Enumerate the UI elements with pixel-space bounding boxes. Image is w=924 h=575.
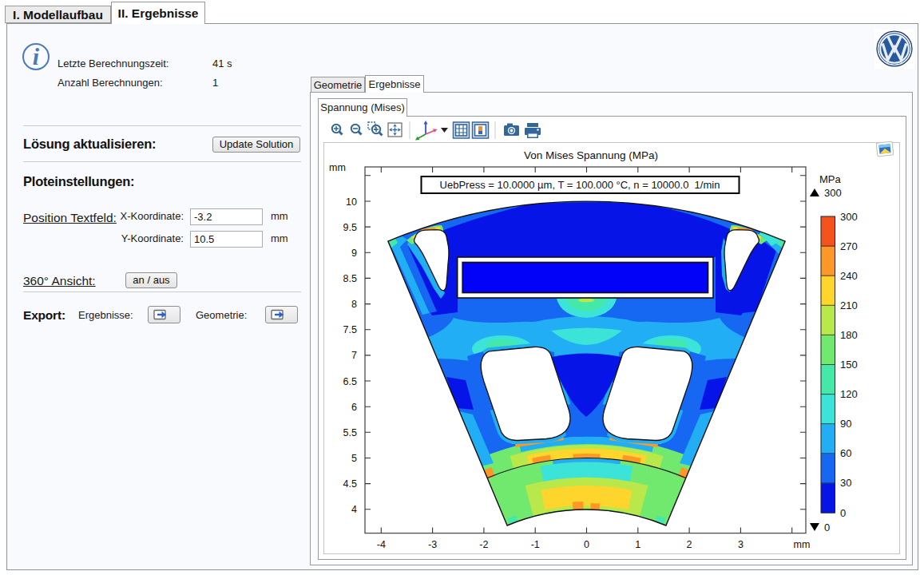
svg-text:Von Mises Spannung (MPa): Von Mises Spannung (MPa)	[524, 149, 658, 161]
svg-text:300: 300	[824, 187, 842, 199]
svg-text:30: 30	[840, 477, 851, 489]
svg-text:90: 90	[840, 418, 851, 430]
svg-text:300: 300	[840, 211, 858, 223]
svg-text:5.5: 5.5	[343, 427, 357, 438]
svg-text:0: 0	[584, 539, 589, 550]
svg-text:1: 1	[635, 539, 640, 550]
svg-text:2: 2	[687, 539, 692, 550]
svg-text:10: 10	[346, 196, 357, 208]
svg-text:-1: -1	[531, 539, 540, 550]
svg-text:180: 180	[840, 329, 858, 341]
svg-text:270: 270	[840, 240, 858, 252]
svg-text:-3: -3	[428, 539, 437, 550]
svg-text:0: 0	[840, 507, 846, 519]
svg-text:UebPress = 10.0000 µm, T = 100: UebPress = 10.0000 µm, T = 100.000 °C, n…	[440, 179, 720, 191]
svg-text:-4: -4	[377, 539, 386, 550]
svg-text:0: 0	[824, 521, 830, 533]
svg-text:7.5: 7.5	[343, 324, 357, 335]
svg-text:-2: -2	[479, 539, 488, 550]
svg-text:120: 120	[840, 388, 858, 400]
svg-text:5: 5	[351, 453, 357, 464]
svg-text:mm: mm	[329, 162, 346, 173]
svg-text:8: 8	[351, 299, 357, 310]
svg-text:150: 150	[840, 359, 858, 371]
svg-text:6: 6	[351, 402, 357, 413]
svg-text:mm: mm	[794, 539, 811, 550]
svg-text:4: 4	[351, 504, 357, 515]
svg-text:60: 60	[840, 447, 851, 459]
svg-text:9: 9	[351, 248, 357, 259]
svg-text:210: 210	[840, 299, 858, 311]
svg-text:4.5: 4.5	[343, 478, 357, 490]
svg-text:7: 7	[351, 350, 357, 361]
svg-text:240: 240	[840, 270, 858, 282]
svg-text:MPa: MPa	[819, 173, 842, 185]
svg-text:3: 3	[738, 539, 744, 550]
svg-text:9.5: 9.5	[343, 222, 357, 233]
svg-text:8.5: 8.5	[343, 273, 357, 284]
svg-text:6.5: 6.5	[343, 376, 357, 387]
